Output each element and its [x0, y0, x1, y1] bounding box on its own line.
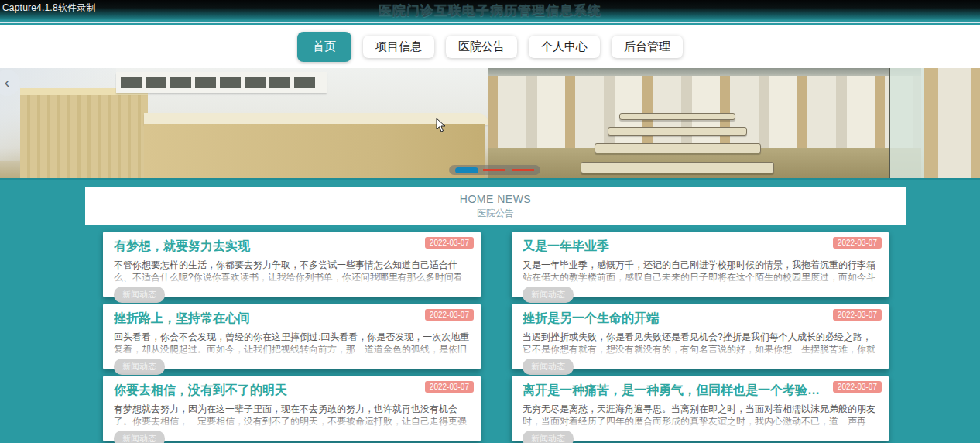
tab-project-info[interactable]: 项目信息 [363, 36, 434, 58]
carousel-indicator-active[interactable] [455, 167, 478, 173]
tab-personal-center[interactable]: 个人中心 [529, 36, 600, 58]
news-card[interactable]: 挫折路上，坚持常在心间 2022-03-07 回头看看，你会不会发现，曾经的你在… [103, 304, 481, 369]
page: Capture4.1.8软件录制 医院门诊互联电子病历管理信息系统 首页 项目信… [0, 0, 980, 443]
news-card-title[interactable]: 挫折是另一个生命的开端 [523, 311, 830, 327]
news-card-title[interactable]: 有梦想，就要努力去实现 [114, 239, 422, 255]
news-card-excerpt: 不管你想要怎样的生活，你都要去努力争取，不多尝试一些事情怎么知道自己适合什么、不… [114, 259, 470, 283]
news-card-date-badge: 2022-03-07 [833, 381, 882, 393]
news-card-date-badge: 2022-03-07 [425, 381, 474, 393]
news-card-date-badge: 2022-03-07 [425, 309, 474, 321]
news-card-excerpt: 又是一年毕业季，感慨万千，还记的自己刚进学校那时候的情景，我拖着沉重的行李箱站在… [523, 259, 878, 283]
carousel-indicator[interactable] [512, 169, 534, 171]
news-card-title[interactable]: 又是一年毕业季 [523, 239, 830, 255]
recorder-watermark: Capture4.1.8软件录制 [2, 2, 96, 15]
news-card-title[interactable]: 挫折路上，坚持常在心间 [114, 311, 422, 327]
news-card-title[interactable]: 离开是一种痛苦，是一种勇气，但同样也是一个考验，是一个新的... [523, 383, 830, 399]
news-card-date-badge: 2022-03-07 [425, 237, 474, 249]
hero-waiting-bench [581, 162, 774, 173]
news-card[interactable]: 又是一年毕业季 2022-03-07 又是一年毕业季，感慨万千，还记的自己刚进学… [512, 232, 889, 297]
hero-right-wall [924, 68, 980, 180]
hero-reception-cabinet [20, 88, 148, 180]
news-card-button[interactable]: 新闻动态 [523, 431, 574, 443]
news-card-button[interactable]: 新闻动态 [114, 359, 165, 375]
content-area: HOME NEWS 医院公告 有梦想，就要努力去实现 2022-03-07 不管… [0, 183, 980, 443]
tab-hospital-notice[interactable]: 医院公告 [446, 36, 517, 58]
tab-admin[interactable]: 后台管理 [612, 36, 683, 58]
news-section-header: HOME NEWS 医院公告 [85, 187, 906, 225]
news-card-excerpt: 当遇到挫折或失败，你是看见失败还是看见机会?挫折是我们每个人成长的必经之路，它不… [523, 331, 878, 355]
carousel-indicator[interactable] [483, 169, 505, 171]
hero-glass-partition [889, 68, 924, 180]
news-header-subtitle: 医院公告 [85, 207, 906, 220]
news-card-date-badge: 2022-03-07 [833, 237, 882, 249]
news-header-title: HOME NEWS [85, 193, 906, 205]
news-card-date-badge: 2022-03-07 [833, 309, 882, 321]
news-card[interactable]: 你要去相信，没有到不了的明天 2022-03-07 有梦想就去努力，因为在这一辈… [103, 376, 481, 441]
hero-wall-shelf [116, 72, 327, 93]
banner-carousel[interactable]: ‹ [0, 68, 980, 180]
hero-waiting-bench [619, 113, 735, 120]
main-nav: 首页 项目信息 医院公告 个人中心 后台管理 [0, 25, 980, 68]
news-card-excerpt: 无穷无尽是离愁，天涯海角遍寻思。当离别在即之时，当面对着相濡以沫兄弟般的朋友时，… [523, 403, 878, 427]
hero-counter-front [144, 124, 485, 180]
news-card-excerpt: 有梦想就去努力，因为在这一辈子里面，现在不去勇敢的努力，也许就再也没有机会了。你… [114, 403, 470, 427]
news-card[interactable]: 离开是一种痛苦，是一种勇气，但同样也是一个考验，是一个新的... 2022-03… [512, 376, 889, 441]
news-card[interactable]: 挫折是另一个生命的开端 2022-03-07 当遇到挫折或失败，你是看见失败还是… [512, 304, 889, 369]
news-card-title[interactable]: 你要去相信，没有到不了的明天 [114, 383, 422, 399]
hero-waiting-bench [608, 127, 747, 136]
news-card-button[interactable]: 新闻动态 [114, 287, 165, 303]
carousel-indicators [449, 165, 540, 175]
mouse-cursor [436, 118, 447, 133]
news-card[interactable]: 有梦想，就要努力去实现 2022-03-07 不管你想要怎样的生活，你都要去努力… [103, 232, 481, 297]
news-card-grid: 有梦想，就要努力去实现 2022-03-07 不管你想要怎样的生活，你都要去努力… [103, 232, 889, 441]
news-card-button[interactable]: 新闻动态 [523, 359, 574, 375]
hero-waiting-bench [595, 143, 761, 153]
page-title: 医院门诊互联电子病历管理信息系统 [0, 0, 980, 22]
top-header-bar: Capture4.1.8软件录制 医院门诊互联电子病历管理信息系统 [0, 0, 980, 23]
tab-home[interactable]: 首页 [297, 32, 351, 62]
news-card-button[interactable]: 新闻动态 [114, 431, 165, 443]
news-card-excerpt: 回头看看，你会不会发现，曾经的你在这里摔倒过:回头看看，你是否发现，一次次地重复… [114, 331, 470, 355]
news-card-button[interactable]: 新闻动态 [523, 287, 574, 303]
